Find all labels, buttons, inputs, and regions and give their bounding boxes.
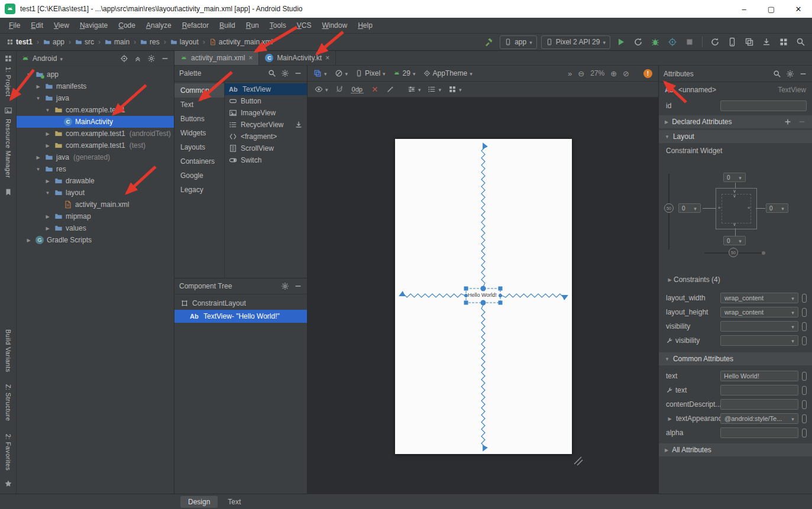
breadcrumb-project[interactable]: test1 — [5, 38, 34, 46]
resource-flag-icon[interactable] — [802, 400, 807, 409]
menu-tools[interactable]: Tools — [264, 20, 292, 31]
locate-file-icon[interactable] — [120, 54, 128, 63]
settings-gear-icon[interactable] — [147, 54, 156, 63]
device-manager-icon[interactable] — [726, 35, 739, 48]
orientation-select[interactable] — [335, 69, 348, 77]
run-button[interactable] — [614, 35, 627, 48]
breadcrumb-main[interactable]: main — [103, 38, 131, 46]
id-input[interactable] — [720, 100, 807, 111]
search-icon[interactable] — [773, 70, 781, 78]
palette-category-widgets[interactable]: Widgets — [174, 126, 224, 140]
palette-category-text[interactable]: Text — [174, 98, 224, 112]
issue-panel-icon[interactable]: ! — [643, 69, 652, 78]
avd-manager-icon[interactable] — [777, 35, 790, 48]
resource-flag-icon[interactable] — [802, 372, 807, 381]
hide-panel-icon[interactable] — [294, 282, 302, 290]
resource-flag-icon[interactable] — [802, 322, 807, 331]
component-textview[interactable]: Ab TextView- "Hello World!" — [174, 310, 307, 323]
maximize-button[interactable] — [758, 0, 785, 18]
menu-build[interactable]: Build — [214, 20, 241, 31]
expander-icon[interactable] — [25, 72, 33, 77]
resource-flag-icon[interactable] — [802, 414, 807, 423]
tab-close-icon[interactable] — [325, 54, 329, 62]
alpha-input[interactable] — [720, 427, 798, 438]
stripe-favorites-button[interactable]: 2: Favorites — [5, 434, 12, 471]
device-in-editor-select[interactable]: Pixel — [355, 69, 386, 77]
sync-project-icon[interactable] — [709, 35, 722, 48]
tree-item-app[interactable]: app — [17, 69, 174, 80]
section-declared-attributes[interactable]: Declared Attributes — [659, 115, 812, 128]
hide-panel-icon[interactable] — [294, 69, 302, 77]
text-input[interactable] — [720, 371, 798, 381]
menu-window[interactable]: Window — [316, 20, 352, 31]
section-constraints[interactable]: Constraints (4) — [659, 273, 812, 286]
artboard-resize-grip[interactable] — [574, 457, 583, 465]
tab-design[interactable]: Design — [180, 496, 218, 508]
tree-item-manifests[interactable]: manifests — [17, 80, 174, 92]
device-select[interactable]: Pixel 2 API 29 — [541, 35, 610, 49]
menu-edit[interactable]: Edit — [25, 20, 48, 31]
expander-icon[interactable] — [44, 179, 51, 184]
settings-gear-icon[interactable] — [786, 70, 794, 78]
palette-category-layouts[interactable]: Layouts — [174, 140, 224, 154]
search-icon[interactable] — [268, 69, 276, 77]
tree-item-package-test[interactable]: com.example.test1 (test) — [17, 140, 174, 151]
margin-bottom-select[interactable]: 0 — [723, 236, 746, 245]
breadcrumb-src[interactable]: src — [73, 38, 96, 46]
remove-attribute-icon[interactable] — [798, 118, 806, 126]
expander-icon[interactable] — [34, 155, 42, 160]
resource-flag-icon[interactable] — [802, 308, 807, 317]
tools-text-input[interactable] — [720, 385, 798, 395]
expander-icon[interactable] — [44, 214, 51, 219]
menu-file[interactable]: File — [4, 20, 25, 31]
hide-panel-icon[interactable] — [161, 54, 169, 63]
palette-item-scrollview[interactable]: ScrollView — [225, 142, 307, 154]
theme-select[interactable]: AppTheme — [423, 69, 473, 77]
expander-icon[interactable] — [25, 238, 33, 243]
content-description-input[interactable] — [720, 399, 798, 410]
align-select[interactable] — [428, 85, 441, 93]
layout-inspector-icon[interactable] — [743, 35, 756, 48]
palette-item-recyclerview[interactable]: RecyclerView — [225, 119, 307, 131]
resource-flag-icon[interactable] — [802, 386, 807, 395]
project-view-select[interactable]: Android — [33, 54, 57, 63]
resource-flag-icon[interactable] — [802, 294, 807, 303]
textview-widget[interactable]: Hello World! — [468, 291, 499, 300]
expander-icon[interactable] — [44, 143, 51, 148]
menu-code[interactable]: Code — [113, 20, 141, 31]
tree-item-res[interactable]: res — [17, 163, 174, 175]
collapse-all-icon[interactable] — [134, 54, 142, 63]
design-surface-select[interactable] — [313, 69, 327, 77]
tab-activity-main-xml[interactable]: activity_main.xml — [174, 51, 259, 65]
close-button[interactable] — [785, 0, 812, 18]
search-everywhere-icon[interactable] — [794, 35, 807, 48]
margin-top-select[interactable]: 0 — [723, 173, 746, 182]
autoconnect-magnet-icon[interactable] — [335, 85, 344, 93]
tree-item-activity-main-xml[interactable]: activity_main.xml — [17, 199, 174, 210]
expander-icon[interactable] — [44, 190, 51, 196]
tab-text[interactable]: Text — [220, 496, 248, 508]
stop-button[interactable] — [683, 35, 696, 48]
run-configuration-select[interactable]: app — [500, 35, 537, 49]
view-options-select[interactable] — [315, 85, 328, 93]
tree-item-gradle-scripts[interactable]: G Gradle Scripts — [17, 234, 174, 246]
palette-category-containers[interactable]: Containers — [174, 154, 224, 168]
section-all-attributes[interactable]: All Attributes — [659, 443, 812, 456]
stripe-build-variants-button[interactable]: Build Variants — [5, 329, 12, 372]
apply-changes-icon[interactable] — [632, 35, 645, 48]
hide-panel-icon[interactable] — [799, 70, 807, 78]
stripe-project-button[interactable]: 1: Project — [5, 67, 12, 96]
layout-width-select[interactable]: wrap_content — [720, 293, 798, 303]
menu-refactor[interactable]: Refactor — [177, 20, 214, 31]
palette-category-legacy[interactable]: Legacy — [174, 183, 224, 197]
settings-gear-icon[interactable] — [281, 69, 289, 77]
add-attribute-icon[interactable] — [784, 118, 792, 126]
stripe-resource-manager-button[interactable]: Resource Manager — [5, 119, 12, 178]
pack-select[interactable] — [448, 85, 462, 93]
palette-item-switch[interactable]: Switch — [225, 154, 307, 166]
menu-navigate[interactable]: Navigate — [75, 20, 113, 31]
breadcrumb-layout[interactable]: layout — [169, 38, 200, 46]
tree-item-package-androidtest[interactable]: com.example.test1 (androidTest) — [17, 128, 174, 140]
tree-item-mipmap[interactable]: mipmap — [17, 210, 174, 222]
resource-flag-icon[interactable] — [802, 429, 807, 437]
